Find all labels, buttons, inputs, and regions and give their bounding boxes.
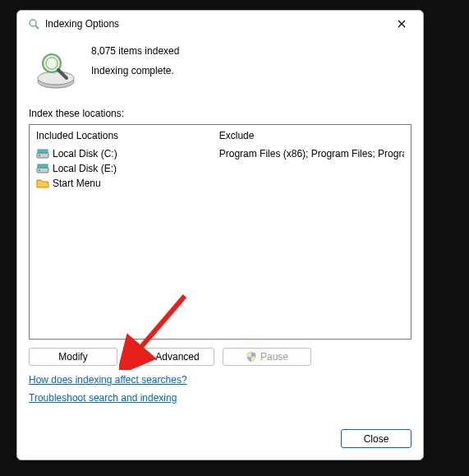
folder-icon	[36, 178, 49, 189]
dialog-content: 8,075 items indexed Indexing complete. I…	[17, 37, 423, 460]
advanced-label: Advanced	[155, 351, 199, 363]
locations-label: Index these locations:	[29, 108, 412, 119]
modify-button[interactable]: Modify	[29, 348, 117, 366]
location-label: Start Menu	[53, 178, 101, 189]
included-column: Included Locations Local Disk (C:)Local …	[30, 125, 213, 339]
svg-rect-13	[39, 169, 40, 171]
titlebar: Indexing Options	[17, 11, 423, 37]
exclude-header: Exclude	[219, 130, 404, 141]
link-troubleshoot[interactable]: Troubleshoot search and indexing	[29, 392, 177, 404]
indexing-status: Indexing complete.	[91, 65, 179, 76]
shield-icon	[140, 351, 152, 363]
included-header: Included Locations	[36, 130, 206, 141]
disk-icon	[36, 148, 49, 159]
svg-rect-10	[39, 155, 40, 156]
exclude-item: Program Files (x86); Program Files; Prog…	[219, 146, 404, 161]
locations-listbox[interactable]: Included Locations Local Disk (C:)Local …	[29, 124, 412, 340]
close-button-x[interactable]	[390, 12, 413, 35]
pause-button: Pause	[223, 348, 311, 366]
pause-label: Pause	[260, 351, 288, 363]
advanced-button[interactable]: Advanced	[126, 348, 214, 366]
status-text: 8,075 items indexed Indexing complete.	[91, 44, 179, 76]
svg-point-0	[30, 20, 36, 26]
exclude-column: Exclude Program Files (x86); Program Fil…	[213, 125, 411, 339]
link-how-indexing-affects[interactable]: How does indexing affect searches?	[29, 374, 187, 386]
svg-rect-11	[38, 150, 48, 153]
svg-point-7	[46, 58, 57, 69]
location-item[interactable]: Local Disk (C:)	[36, 146, 206, 161]
location-item[interactable]: Local Disk (E:)	[36, 161, 206, 176]
close-label: Close	[364, 433, 389, 445]
location-item[interactable]: Start Menu	[36, 176, 206, 191]
exclude-item	[219, 161, 404, 176]
exclude-item	[219, 176, 404, 191]
indexing-options-dialog: Indexing Options 8,075 items indexed Ind…	[16, 10, 424, 460]
indexing-icon	[27, 17, 40, 30]
disk-icon	[36, 163, 49, 174]
location-label: Local Disk (C:)	[53, 148, 117, 159]
modify-label: Modify	[58, 351, 87, 363]
location-label: Local Disk (E:)	[53, 163, 117, 174]
shield-icon	[246, 351, 257, 363]
svg-rect-14	[38, 164, 48, 168]
footer: Close	[29, 416, 412, 448]
items-indexed-count: 8,075 items indexed	[91, 45, 179, 57]
close-button[interactable]: Close	[341, 429, 412, 448]
close-icon	[398, 20, 406, 28]
svg-point-5	[38, 72, 74, 85]
svg-line-1	[35, 25, 39, 29]
status-area: 8,075 items indexed Indexing complete.	[29, 44, 412, 91]
button-row: Modify Advanced Pause	[29, 348, 412, 366]
magnifier-drive-icon	[34, 47, 78, 91]
titlebar-left: Indexing Options	[27, 17, 119, 30]
links-area: How does indexing affect searches? Troub…	[29, 374, 412, 404]
dialog-title: Indexing Options	[45, 18, 119, 30]
